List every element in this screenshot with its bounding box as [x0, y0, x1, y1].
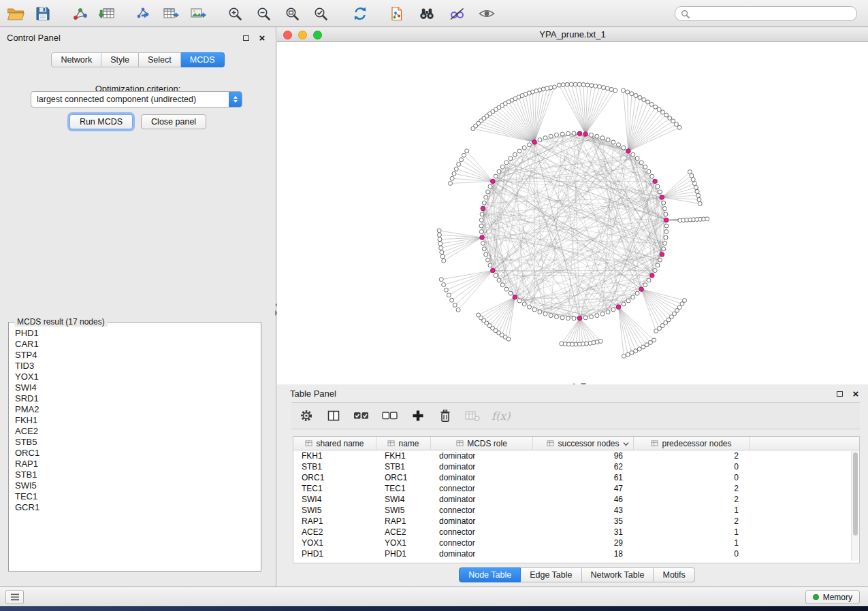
table-cell: STB1	[293, 462, 376, 472]
node-table: shared name name MCDS role successor nod…	[293, 436, 860, 563]
binoculars-button[interactable]	[415, 3, 438, 24]
network-window-titlebar[interactable]: YPA_prune.txt_1	[277, 27, 868, 42]
column-header-predecessor-nodes[interactable]: predecessor nodes	[634, 437, 750, 450]
mcds-result-item[interactable]: TID3	[12, 361, 258, 371]
tab-network-table[interactable]: Network Table	[582, 567, 654, 582]
table-row[interactable]: YOX1YOX1connector291	[293, 538, 859, 548]
table-cell: dominator	[431, 451, 533, 461]
mcds-result-title: MCDS result (17 nodes)	[14, 317, 108, 327]
export-network-button[interactable]	[132, 3, 155, 24]
select-all-button[interactable]	[353, 406, 370, 425]
table-panel-title: Table Panel	[290, 389, 336, 399]
export-image-button[interactable]	[187, 3, 210, 24]
mcds-result-item[interactable]: PHD1	[12, 328, 258, 339]
show-graphics-details-button[interactable]	[475, 3, 498, 24]
criterion-dropdown[interactable]: largest connected component (undirected)	[31, 91, 242, 108]
mcds-result-item[interactable]: ORC1	[12, 448, 258, 459]
table-row[interactable]: STB1STB1dominator620	[293, 461, 859, 472]
table-row[interactable]: PHD1PHD1dominator180	[293, 548, 859, 559]
mcds-result-item[interactable]: YOX1	[12, 371, 258, 382]
table-float-button[interactable]	[834, 389, 845, 399]
network-graph[interactable]	[277, 42, 868, 384]
mcds-result-item[interactable]: TEC1	[12, 491, 258, 502]
scrollbar-thumb[interactable]	[853, 452, 858, 535]
export-table-button[interactable]	[159, 3, 182, 24]
close-panel-action-button[interactable]: Close panel	[141, 114, 206, 129]
toggle-columns-button[interactable]	[325, 406, 342, 425]
mcds-result-item[interactable]: STB5	[12, 437, 258, 448]
search-input[interactable]	[694, 9, 851, 18]
search-box[interactable]	[675, 6, 857, 21]
mcds-result-item[interactable]: SWI5	[12, 480, 258, 491]
network-from-document-button[interactable]	[385, 3, 408, 24]
table-cell: 46	[533, 495, 634, 504]
status-menu-button[interactable]	[5, 590, 24, 604]
column-header-name[interactable]: name	[376, 437, 431, 450]
zoom-fit-button[interactable]	[280, 3, 304, 24]
dropdown-stepper-icon	[229, 92, 242, 107]
table-row[interactable]: ORC1ORC1dominator610	[293, 472, 859, 483]
mcds-result-item[interactable]: ACE2	[12, 426, 258, 437]
import-table-button[interactable]	[95, 3, 118, 24]
table-settings-button[interactable]	[298, 406, 315, 425]
delete-column-button[interactable]	[437, 406, 453, 425]
mcds-result-item[interactable]: STP4	[12, 350, 258, 361]
window-close-button[interactable]	[283, 31, 292, 39]
mcds-result-item[interactable]: SWI4	[12, 382, 258, 393]
table-row[interactable]: RAP1RAP1dominator352	[293, 516, 859, 527]
table-cell: 1	[634, 527, 750, 537]
gear-icon	[300, 409, 313, 423]
table-cell: YOX1	[376, 538, 431, 548]
table-row[interactable]: ACE2ACE2connector311	[293, 527, 859, 538]
table-row[interactable]: SWI4SWI4dominator462	[293, 494, 859, 505]
sort-indicator-icon	[623, 442, 629, 446]
table-panel-tabs: Node Table Edge Table Network Table Moti…	[286, 567, 868, 582]
close-panel-button[interactable]	[257, 33, 268, 43]
zoom-out-button[interactable]	[252, 3, 275, 24]
toggle-details-button[interactable]	[445, 3, 468, 24]
column-header-successor-nodes[interactable]: successor nodes	[533, 437, 634, 450]
mcds-result-item[interactable]: PMA2	[12, 404, 258, 415]
column-header-shared-name[interactable]: shared name	[293, 437, 376, 450]
trash-icon	[439, 409, 451, 423]
zoom-in-button[interactable]	[223, 3, 246, 24]
export-network-icon	[135, 6, 152, 21]
tab-motifs[interactable]: Motifs	[654, 567, 694, 582]
table-cell: 96	[533, 451, 634, 461]
mcds-result-item[interactable]: RAP1	[12, 459, 258, 469]
table-header-row: shared name name MCDS role successor nod…	[293, 437, 859, 450]
table-scrollbar[interactable]	[851, 451, 858, 561]
table-row[interactable]: TEC1TEC1connector472	[293, 483, 859, 494]
mcds-result-item[interactable]: GCR1	[12, 502, 258, 513]
tab-edge-table[interactable]: Edge Table	[521, 567, 581, 582]
import-network-button[interactable]	[68, 3, 91, 24]
mcds-result-item[interactable]: STB1	[12, 469, 258, 480]
add-column-button[interactable]	[410, 406, 426, 425]
column-label: MCDS role	[467, 439, 507, 448]
deselect-all-button[interactable]	[381, 406, 399, 425]
network-window: YPA_prune.txt_1	[277, 27, 868, 384]
mcds-result-item[interactable]: CAR1	[12, 339, 258, 350]
mcds-result-item[interactable]: SRD1	[12, 393, 258, 404]
tab-network[interactable]: Network	[51, 52, 101, 67]
memory-button[interactable]: Memory	[805, 590, 860, 604]
table-close-button[interactable]	[850, 389, 861, 399]
window-minimize-button[interactable]	[298, 31, 307, 39]
table-row[interactable]: SWI5SWI5connector431	[293, 505, 859, 516]
save-session-button[interactable]	[31, 3, 54, 24]
zoom-in-icon	[227, 6, 242, 21]
table-row[interactable]: FKH1FKH1dominator962	[293, 450, 859, 461]
zoom-selected-button[interactable]	[309, 3, 332, 24]
tab-style[interactable]: Style	[101, 52, 139, 67]
refresh-icon	[351, 5, 369, 22]
window-maximize-button[interactable]	[313, 31, 322, 39]
tab-node-table[interactable]: Node Table	[459, 567, 521, 582]
float-panel-button[interactable]	[240, 33, 251, 43]
apply-layout-button[interactable]	[349, 3, 372, 24]
tab-select[interactable]: Select	[139, 52, 181, 67]
run-mcds-button[interactable]: Run MCDS	[69, 114, 133, 129]
mcds-result-item[interactable]: FKH1	[12, 415, 258, 426]
column-header-mcds-role[interactable]: MCDS role	[431, 437, 533, 450]
open-file-button[interactable]	[4, 3, 27, 24]
tab-mcds[interactable]: MCDS	[181, 52, 225, 67]
